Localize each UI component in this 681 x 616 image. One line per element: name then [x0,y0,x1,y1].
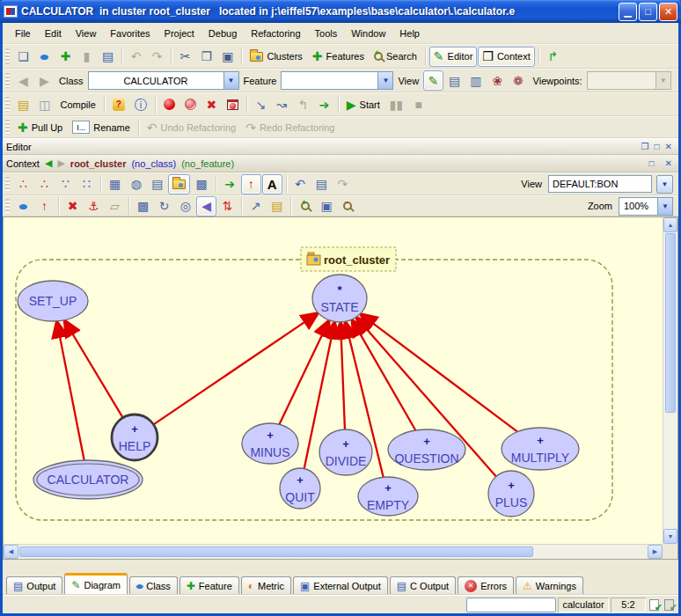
toolbar-grip[interactable] [5,177,10,192]
external-editor-button[interactable]: ↱ [543,47,563,67]
supplier-links-button[interactable]: ∵ [55,174,76,194]
paste-button[interactable]: ▣ [217,47,238,67]
features-button[interactable]: ✚Features [308,47,369,67]
toolbar-grip[interactable] [5,73,10,89]
menu-help[interactable]: Help [392,26,427,41]
diagram-redo-button[interactable]: ↷ [333,174,353,194]
disable-breakpoints-button[interactable] [180,94,201,114]
maximize-button[interactable]: □ [639,3,657,21]
redo-button[interactable]: ↷ [147,47,167,67]
class-view-button[interactable]: ▩ [191,174,211,194]
text-labels-button[interactable]: A [262,174,282,194]
copy-button[interactable]: ❐ [196,47,216,67]
diagram-view-value[interactable]: DEFAULT:BON [548,175,652,193]
class-node-state[interactable]: *STATE [312,275,367,322]
force-layout-button[interactable]: ◎ [175,196,195,216]
context-cluster[interactable]: root_cluster [70,158,127,169]
scroll-left-icon[interactable]: ◀ [4,545,18,559]
new-class-button[interactable]: ● [34,47,55,67]
vertical-scroll-thumb[interactable] [665,233,676,413]
diagram-undo-button[interactable]: ↶ [290,174,311,194]
class-node-divide[interactable]: +DIVIDE [319,429,372,475]
step-over-button[interactable]: ↝ [272,94,292,114]
view-descendants-button[interactable]: ❁ [509,70,529,91]
vertical-scrollbar[interactable]: ▲ ▼ [663,217,677,544]
context-toggle-button[interactable]: ❒Context [478,47,534,67]
menu-window[interactable]: Window [344,26,392,41]
save-all-button[interactable]: ▤ [98,47,118,67]
melt-button[interactable]: ◫ [34,94,55,114]
delete-item-button[interactable]: ✖ [62,196,83,216]
menu-debug[interactable]: Debug [201,26,244,41]
cluster-tree-button[interactable]: ∴ [34,174,55,194]
tab-external-output[interactable]: ▣External Output [293,576,388,594]
horizontal-scroll-thumb[interactable] [19,546,533,557]
tab-c-output[interactable]: ▤C Output [390,576,456,594]
inheritance-edge-multiply-to-state[interactable] [360,314,517,432]
stop-button[interactable]: ■ [408,94,428,114]
scroll-down-icon[interactable]: ▼ [663,529,677,544]
feature-combobox[interactable]: ▼ [281,71,393,90]
save-button[interactable]: ▮ [77,47,97,67]
class-node-plus[interactable]: +PLUS [488,471,534,517]
zoom-combobox-arrow-icon[interactable]: ▼ [657,198,672,215]
color-settings-button[interactable]: ▩ [133,196,153,216]
menu-file[interactable]: File [8,26,38,41]
diagram-view-dropdown-icon[interactable]: ▼ [656,175,673,194]
info-button[interactable]: ⓘ [130,94,151,114]
remove-anchor-button[interactable]: ⚓ [84,196,104,216]
menu-favorites[interactable]: Favorites [103,26,157,41]
status-input[interactable] [466,598,556,612]
viewpoints-combobox[interactable]: ▼ [587,71,671,90]
debug-window-button[interactable] [223,94,243,114]
toolbar-grip[interactable] [5,120,10,134]
inheritance-edge-minus-to-state[interactable] [279,320,329,424]
pull-up-button[interactable]: ✚Pull Up [13,117,67,137]
step-out-button[interactable]: ↰ [293,94,313,114]
inheritance-edge-help-to-state[interactable] [154,313,319,425]
clusters-button[interactable]: Clusters [245,47,306,67]
add-link-button[interactable]: ↗ [245,196,266,216]
diagram-canvas[interactable]: root_clusterSET_UP*STATE+HELPCALCULATOR+… [3,216,678,560]
class-tree-button[interactable]: ∴ [13,174,33,194]
class-node-calculator[interactable]: CALCULATOR [33,460,143,499]
history-forward-button[interactable]: ▶ [34,70,55,91]
step-into-button[interactable]: ↘ [251,94,271,114]
uml-box-button[interactable]: ▤ [147,174,167,194]
inheritance-edge-divide-to-state[interactable] [340,322,345,429]
feature-combobox-arrow-icon[interactable]: ▼ [377,72,392,89]
rotate-button[interactable]: ↻ [154,196,174,216]
close-button[interactable]: ✕ [659,3,677,21]
pane-close-icon[interactable]: ✕ [663,158,675,168]
tab-diagram[interactable]: ✎Diagram [64,573,128,594]
pane-maximize-icon[interactable]: □ [647,158,657,168]
new-class-node-button[interactable]: ● [13,196,33,216]
view-text-button[interactable]: ▥ [465,70,486,91]
menu-refactoring[interactable]: Refactoring [244,26,307,41]
class-node-set_up[interactable]: SET_UP [18,281,88,321]
enable-breakpoints-button[interactable] [159,94,179,114]
editor-toggle-button[interactable]: ✎Editor [429,47,477,67]
new-feature-button[interactable]: ✚ [55,47,76,67]
pane-close-icon[interactable]: ✕ [663,142,675,151]
undo-button[interactable]: ↶ [126,47,146,67]
start-button[interactable]: ▶Start [342,94,384,114]
remove-breakpoints-button[interactable]: ✖ [201,94,222,114]
tab-errors[interactable]: ✕Errors [458,576,514,594]
tab-warnings[interactable]: ⚠Warnings [516,576,583,594]
scroll-up-icon[interactable]: ▲ [663,217,677,232]
class-node-question[interactable]: +QUESTION [388,429,465,470]
tab-class[interactable]: ●Class [129,576,178,594]
cluster-label[interactable]: root_cluster [301,247,396,271]
project-settings-button[interactable]: ▤ [13,94,33,114]
pane-float-icon[interactable]: ❐ [639,142,652,151]
eraser-button[interactable]: ▱ [105,196,125,216]
menu-edit[interactable]: Edit [38,26,69,41]
class-node-quit[interactable]: +QUIT [280,468,320,509]
menu-project[interactable]: Project [157,26,201,41]
class-node-help[interactable]: +HELP [112,414,157,460]
class-node-minus[interactable]: +MINUS [242,423,298,464]
class-combobox[interactable]: CALCULATOR ▼ [88,71,239,90]
horizontal-scrollbar[interactable]: ◀ ▶ [4,544,663,559]
search-button[interactable]: +Search [370,47,421,67]
